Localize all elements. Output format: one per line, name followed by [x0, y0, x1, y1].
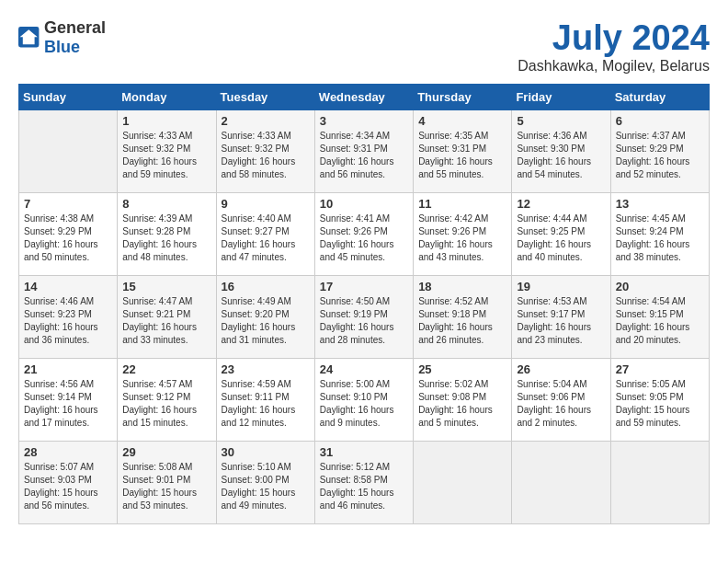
- calendar-cell: 31Sunrise: 5:12 AM Sunset: 8:58 PM Dayli…: [314, 442, 413, 524]
- day-info: Sunrise: 4:50 AM Sunset: 9:19 PM Dayligh…: [320, 295, 408, 347]
- col-header-tuesday: Tuesday: [216, 85, 314, 110]
- day-number: 13: [616, 197, 704, 211]
- day-info: Sunrise: 4:53 AM Sunset: 9:17 PM Dayligh…: [517, 295, 605, 347]
- calendar-cell: 23Sunrise: 4:59 AM Sunset: 9:11 PM Dayli…: [216, 359, 314, 442]
- subtitle: Dashkawka, Mogilev, Belarus: [518, 58, 710, 75]
- calendar-cell: 6Sunrise: 4:37 AM Sunset: 9:29 PM Daylig…: [610, 110, 709, 193]
- day-info: Sunrise: 4:34 AM Sunset: 9:31 PM Dayligh…: [320, 130, 408, 181]
- logo-text-blue: Blue: [44, 38, 80, 56]
- calendar-cell: 5Sunrise: 4:36 AM Sunset: 9:30 PM Daylig…: [512, 110, 610, 193]
- col-header-monday: Monday: [118, 85, 216, 110]
- day-info: Sunrise: 4:57 AM Sunset: 9:12 PM Dayligh…: [122, 378, 210, 430]
- day-number: 19: [517, 280, 605, 293]
- calendar-table: SundayMondayTuesdayWednesdayThursdayFrid…: [18, 84, 710, 524]
- day-info: Sunrise: 4:59 AM Sunset: 9:11 PM Dayligh…: [222, 378, 310, 430]
- day-info: Sunrise: 5:05 AM Sunset: 9:05 PM Dayligh…: [616, 378, 704, 430]
- day-info: Sunrise: 4:33 AM Sunset: 9:32 PM Dayligh…: [222, 130, 310, 181]
- week-row-5: 28Sunrise: 5:07 AM Sunset: 9:03 PM Dayli…: [19, 442, 710, 524]
- day-info: Sunrise: 5:08 AM Sunset: 9:01 PM Dayligh…: [122, 461, 210, 512]
- week-row-1: 1Sunrise: 4:33 AM Sunset: 9:32 PM Daylig…: [19, 110, 710, 193]
- day-info: Sunrise: 4:41 AM Sunset: 9:26 PM Dayligh…: [320, 213, 408, 264]
- calendar-cell: 18Sunrise: 4:52 AM Sunset: 9:18 PM Dayli…: [414, 276, 512, 359]
- day-number: 15: [122, 280, 210, 293]
- day-info: Sunrise: 5:10 AM Sunset: 9:00 PM Dayligh…: [222, 461, 310, 512]
- day-info: Sunrise: 4:45 AM Sunset: 9:24 PM Dayligh…: [616, 213, 704, 264]
- calendar-cell: 13Sunrise: 4:45 AM Sunset: 9:24 PM Dayli…: [610, 193, 709, 276]
- page-header: General Blue July 2024 Dashkawka, Mogile…: [18, 18, 710, 75]
- logo-text-general: General: [44, 18, 106, 37]
- calendar-cell: 24Sunrise: 5:00 AM Sunset: 9:10 PM Dayli…: [314, 359, 413, 442]
- main-title: July 2024: [518, 18, 710, 58]
- day-number: 31: [320, 445, 408, 459]
- day-number: 26: [517, 362, 605, 376]
- calendar-cell: 29Sunrise: 5:08 AM Sunset: 9:01 PM Dayli…: [118, 442, 216, 524]
- calendar-cell: [512, 442, 610, 524]
- calendar-cell: 3Sunrise: 4:34 AM Sunset: 9:31 PM Daylig…: [314, 110, 413, 193]
- day-info: Sunrise: 5:04 AM Sunset: 9:06 PM Dayligh…: [517, 378, 605, 430]
- day-number: 14: [24, 280, 112, 293]
- col-header-friday: Friday: [512, 85, 610, 110]
- calendar-cell: [19, 110, 118, 193]
- calendar-cell: 15Sunrise: 4:47 AM Sunset: 9:21 PM Dayli…: [118, 276, 216, 359]
- week-row-4: 21Sunrise: 4:56 AM Sunset: 9:14 PM Dayli…: [19, 359, 710, 442]
- calendar-cell: 10Sunrise: 4:41 AM Sunset: 9:26 PM Dayli…: [314, 193, 413, 276]
- day-number: 17: [320, 280, 408, 293]
- calendar-cell: 25Sunrise: 5:02 AM Sunset: 9:08 PM Dayli…: [414, 359, 512, 442]
- calendar-cell: 12Sunrise: 4:44 AM Sunset: 9:25 PM Dayli…: [512, 193, 610, 276]
- day-info: Sunrise: 4:36 AM Sunset: 9:30 PM Dayligh…: [517, 130, 605, 181]
- day-info: Sunrise: 4:47 AM Sunset: 9:21 PM Dayligh…: [122, 295, 210, 347]
- day-number: 22: [122, 362, 210, 376]
- day-info: Sunrise: 4:33 AM Sunset: 9:32 PM Dayligh…: [122, 130, 210, 181]
- day-number: 29: [122, 445, 210, 459]
- calendar-cell: [610, 442, 709, 524]
- day-number: 3: [320, 114, 408, 128]
- day-number: 10: [320, 197, 408, 211]
- day-number: 9: [222, 197, 310, 211]
- day-number: 25: [418, 362, 506, 376]
- day-number: 11: [418, 197, 506, 211]
- day-number: 21: [24, 362, 112, 376]
- day-info: Sunrise: 4:52 AM Sunset: 9:18 PM Dayligh…: [418, 295, 506, 347]
- day-info: Sunrise: 4:40 AM Sunset: 9:27 PM Dayligh…: [222, 213, 310, 264]
- day-info: Sunrise: 4:56 AM Sunset: 9:14 PM Dayligh…: [24, 378, 112, 430]
- header-row: SundayMondayTuesdayWednesdayThursdayFrid…: [19, 85, 710, 110]
- day-info: Sunrise: 5:12 AM Sunset: 8:58 PM Dayligh…: [320, 461, 408, 512]
- calendar-cell: 27Sunrise: 5:05 AM Sunset: 9:05 PM Dayli…: [610, 359, 709, 442]
- day-number: 27: [616, 362, 704, 376]
- day-number: 5: [517, 114, 605, 128]
- day-info: Sunrise: 4:39 AM Sunset: 9:28 PM Dayligh…: [122, 213, 210, 264]
- calendar-cell: 28Sunrise: 5:07 AM Sunset: 9:03 PM Dayli…: [19, 442, 118, 524]
- day-info: Sunrise: 4:38 AM Sunset: 9:29 PM Dayligh…: [24, 213, 112, 264]
- day-number: 6: [616, 114, 704, 128]
- day-number: 2: [222, 114, 310, 128]
- col-header-thursday: Thursday: [414, 85, 512, 110]
- calendar-cell: 14Sunrise: 4:46 AM Sunset: 9:23 PM Dayli…: [19, 276, 118, 359]
- col-header-saturday: Saturday: [610, 85, 709, 110]
- calendar-cell: 2Sunrise: 4:33 AM Sunset: 9:32 PM Daylig…: [216, 110, 314, 193]
- day-info: Sunrise: 4:42 AM Sunset: 9:26 PM Dayligh…: [418, 213, 506, 264]
- col-header-sunday: Sunday: [19, 85, 118, 110]
- calendar-cell: 16Sunrise: 4:49 AM Sunset: 9:20 PM Dayli…: [216, 276, 314, 359]
- day-number: 12: [517, 197, 605, 211]
- calendar-cell: 17Sunrise: 4:50 AM Sunset: 9:19 PM Dayli…: [314, 276, 413, 359]
- day-info: Sunrise: 4:35 AM Sunset: 9:31 PM Dayligh…: [418, 130, 506, 181]
- calendar-cell: 20Sunrise: 4:54 AM Sunset: 9:15 PM Dayli…: [610, 276, 709, 359]
- calendar-cell: 30Sunrise: 5:10 AM Sunset: 9:00 PM Dayli…: [216, 442, 314, 524]
- day-number: 24: [320, 362, 408, 376]
- logo-icon: [18, 27, 40, 49]
- week-row-2: 7Sunrise: 4:38 AM Sunset: 9:29 PM Daylig…: [19, 193, 710, 276]
- calendar-body: 1Sunrise: 4:33 AM Sunset: 9:32 PM Daylig…: [19, 110, 710, 524]
- day-number: 4: [418, 114, 506, 128]
- calendar-cell: 11Sunrise: 4:42 AM Sunset: 9:26 PM Dayli…: [414, 193, 512, 276]
- calendar-cell: 7Sunrise: 4:38 AM Sunset: 9:29 PM Daylig…: [19, 193, 118, 276]
- day-info: Sunrise: 5:07 AM Sunset: 9:03 PM Dayligh…: [24, 461, 112, 512]
- calendar-header: SundayMondayTuesdayWednesdayThursdayFrid…: [19, 85, 710, 110]
- day-number: 18: [418, 280, 506, 293]
- day-number: 7: [24, 197, 112, 211]
- day-number: 20: [616, 280, 704, 293]
- day-info: Sunrise: 4:44 AM Sunset: 9:25 PM Dayligh…: [517, 213, 605, 264]
- day-info: Sunrise: 4:49 AM Sunset: 9:20 PM Dayligh…: [222, 295, 310, 347]
- day-number: 28: [24, 445, 112, 459]
- calendar-cell: 19Sunrise: 4:53 AM Sunset: 9:17 PM Dayli…: [512, 276, 610, 359]
- logo: General Blue: [18, 18, 106, 57]
